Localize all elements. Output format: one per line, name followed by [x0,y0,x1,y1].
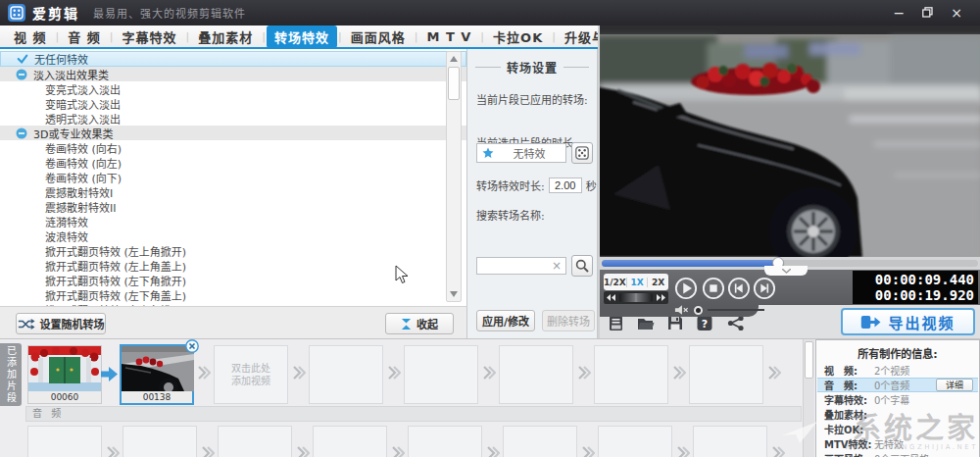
effect-item-label: 透明式淡入淡出 [45,111,121,127]
search-button[interactable] [571,255,593,277]
effect-item[interactable]: 变亮式淡入淡出 [0,81,466,96]
effect-item[interactable]: 透明式淡入淡出 [0,111,466,126]
apply-modify-button[interactable]: 应用/修改 [476,310,535,331]
export-mp4-icon[interactable] [608,315,625,331]
close-button[interactable]: × [951,6,962,20]
scroll-up-icon[interactable] [447,52,461,66]
clip-2-label: 00138 [122,391,192,403]
previous-frame-button[interactable] [727,277,751,300]
export-video-button[interactable]: 导出视频 [841,308,975,335]
effects-list-scrollbar[interactable] [446,51,462,302]
rewind-icon[interactable] [607,294,615,301]
effect-item[interactable]: 变暗式淡入淡出 [0,96,466,111]
empty-clip-slot[interactable] [309,345,383,404]
tab-subtitle-effects[interactable]: 字幕特效 [115,25,185,48]
scrollbar-thumb[interactable] [805,341,813,379]
speed-half-button[interactable]: 1/2X [604,278,627,287]
empty-audio-slot[interactable] [27,426,102,457]
slot-chevron-icon [198,365,211,381]
effect-item[interactable]: 卷画特效 (向下) [0,170,466,184]
player-panel: 1/2X 1X 2X 00:00:09.440 00:00:19.920 ? [598,25,980,338]
minimize-button[interactable]: − [894,6,906,20]
effect-item[interactable]: 震撼散射特效II [0,199,466,214]
scroll-down-icon[interactable] [447,287,461,301]
random-pick-dice-button[interactable] [571,142,593,164]
slot-chevron-icon [293,365,306,381]
empty-clip-slot[interactable] [594,345,668,404]
empty-audio-slot[interactable] [313,426,387,457]
collapse-player-tab[interactable] [764,266,808,276]
effects-footer-bar: 设置随机转场 收起 [0,306,467,338]
effect-item[interactable]: 卷画特效 (向左) [0,155,466,170]
empty-clip-slot[interactable] [689,345,763,404]
empty-audio-slot[interactable] [693,426,767,457]
collapse-group-icon [16,69,27,80]
next-frame-button[interactable] [753,277,776,300]
video-preview[interactable] [600,25,980,257]
effect-group-fade[interactable]: 淡入淡出效果类 [0,67,466,81]
total-time: 00:00:19.920 [857,287,974,303]
jog-wheel[interactable] [619,293,653,302]
clear-search-icon[interactable]: × [548,259,565,273]
tab-video[interactable]: 视 频 [6,25,55,48]
info-label: 视 频: [817,363,874,378]
slot-chevron-icon [202,445,215,457]
added-clips-tab[interactable]: 已添加片段 [0,343,22,406]
volume-knob[interactable] [694,306,703,315]
delete-transition-button[interactable]: 删除转场 [542,310,595,331]
empty-audio-slot[interactable] [122,426,197,457]
applied-transition-box[interactable]: 无特效 [476,143,566,163]
tab-audio[interactable]: 音 频 [60,25,109,48]
effect-item[interactable]: 震撼散射特效I [0,184,466,199]
effect-item[interactable]: 掀开式翻页特效 (左上角掀开) [0,243,466,258]
random-transition-button[interactable]: 设置随机转场 [16,313,106,334]
check-icon [17,53,28,65]
maximize-button[interactable] [922,6,933,20]
effect-group-3d[interactable]: 3D或专业效果类 [0,126,466,140]
empty-audio-slot[interactable] [598,426,672,457]
tab-transition-effects[interactable]: 转场特效 [267,25,337,48]
mute-icon[interactable] [674,304,689,316]
search-transition-input[interactable] [477,259,548,273]
help-icon[interactable]: ? [696,315,713,331]
info-value: 0个字幕 [874,392,978,407]
speed-2x-button[interactable]: 2X [648,278,668,287]
apply-modify-label: 应用/修改 [482,313,529,329]
tab-picture-style[interactable]: 画面风格 [343,25,414,48]
tab-karaoke[interactable]: 卡拉OK [485,25,551,48]
fast-forward-icon[interactable] [657,294,665,301]
shuffle-icon [18,318,35,330]
effect-item[interactable]: 波浪特效 [0,228,466,243]
remove-clip-icon[interactable] [185,339,199,353]
effect-item-none-selected[interactable]: 无任何特效 [0,51,466,67]
timeline-scrollbar[interactable] [803,339,814,457]
collapse-panel-button[interactable]: 收起 [385,313,454,334]
volume-slider[interactable] [708,309,764,311]
speed-1x-button[interactable]: 1X [627,278,649,287]
settings-title-row: 转场设置 [475,59,589,76]
effect-item[interactable]: 卷画特效 (向右) [0,140,466,155]
timeline-clip-1[interactable]: 00060 [27,345,102,404]
effect-item[interactable]: 涟漪特效 [0,214,466,228]
transition-duration-row: 转场特效时长: 秒 [476,178,597,193]
transition-duration-input[interactable] [549,178,582,193]
empty-audio-slot[interactable] [408,426,482,457]
empty-audio-slot[interactable] [503,426,577,457]
tab-overlay-materials[interactable]: 叠加素材 [190,25,261,48]
jog-shuttle[interactable] [604,291,668,304]
detail-button[interactable]: 详细 [936,379,973,391]
tab-mtv[interactable]: M T V [418,27,479,46]
scrollbar-thumb[interactable] [448,67,460,100]
stop-button[interactable] [702,277,725,300]
share-icon[interactable] [727,315,745,331]
play-button[interactable] [674,277,698,300]
effect-item[interactable]: 掀开式翻页特效 (左下角盖上) [0,287,466,302]
timeline-clip-2-selected[interactable]: 00138 [120,344,194,405]
empty-audio-slot[interactable] [218,426,292,457]
save-icon[interactable] [666,315,684,331]
open-folder-icon[interactable] [637,315,655,331]
info-value: 2个视频 [874,363,978,378]
add-video-placeholder[interactable]: 双击此处 添加视频 [214,345,288,404]
empty-clip-slot[interactable] [499,345,573,404]
empty-clip-slot[interactable] [404,345,478,404]
